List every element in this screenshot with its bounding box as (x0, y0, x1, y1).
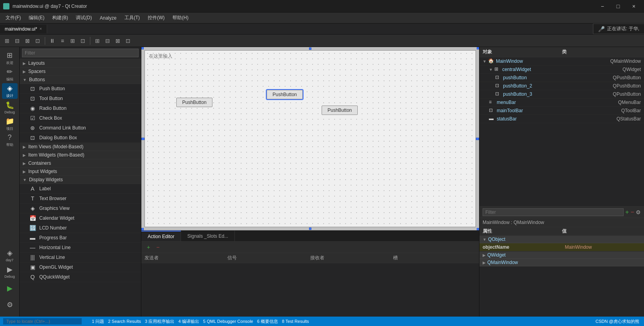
canvas-push-button-1[interactable]: PushButton (176, 98, 212, 107)
toolbar-btn-7[interactable]: ⊞ (68, 36, 77, 46)
activity-day7[interactable]: ◈ day7 (2, 248, 18, 263)
widget-radio-button[interactable]: ◉ Radio Button (20, 104, 141, 113)
arrow-buttons: ▼ (23, 78, 27, 82)
canvas-push-button-3[interactable]: PushButton (322, 106, 358, 115)
widget-lcd-number[interactable]: 🔢 LCD Number (20, 223, 141, 233)
sb-qml-debugger[interactable]: 5 QML Debugger Console (201, 319, 254, 324)
category-buttons[interactable]: ▼ Buttons (20, 76, 141, 84)
widget-dialog-button-box[interactable]: ⊡ Dialog Button Box (20, 133, 141, 143)
mic-icon: 🎤 (598, 26, 605, 32)
tab-action-editor[interactable]: Action Editor (141, 231, 181, 241)
sb-compile-output[interactable]: 4 编译输出 (177, 319, 201, 324)
minimize-button[interactable]: − (595, 1, 609, 12)
widget-tool-button[interactable]: ⊡ Tool Button (20, 94, 141, 104)
obj-row-pushbutton3[interactable]: ⊡ pushButton_3 QPushButton (479, 90, 644, 98)
mainwindow-icon: 🏠 (488, 58, 494, 64)
activity-run-arrow[interactable]: ▶ (2, 280, 18, 296)
menu-edit[interactable]: 编辑(E) (25, 13, 48, 23)
props-add-btn[interactable]: + (625, 209, 629, 216)
toolbar-btn-3[interactable]: ⊠ (23, 36, 32, 46)
obj-row-statusbar[interactable]: ▬ statusBar QStatusBar (479, 115, 644, 123)
obj-row-centralwidget[interactable]: ▼ ⊞ centralWidget QWidget (479, 66, 644, 74)
design-canvas[interactable]: 在这里输入 PushButton PushButton PushButton (141, 47, 479, 230)
activity-projects[interactable]: 📁 项目 (2, 116, 18, 132)
props-settings-btn[interactable]: ⚙ (636, 209, 641, 215)
sb-overview[interactable]: 6 概要信息 (256, 319, 280, 324)
widget-calendar-widget[interactable]: 📅 Calendar Widget (20, 213, 141, 223)
sb-search-results[interactable]: 2 Search Results (106, 319, 143, 324)
toolbar-btn-1[interactable]: ⊞ (2, 36, 12, 46)
menu-debug[interactable]: 调试(D) (72, 13, 96, 23)
sb-app-output[interactable]: 3 应用程序输出 (143, 319, 176, 324)
activity-edit[interactable]: ✏ 编辑 (2, 67, 18, 82)
toolbar-btn-4[interactable]: ⊡ (33, 36, 42, 46)
category-display-widgets[interactable]: ▼ Display Widgets (20, 176, 141, 184)
obj-row-mainwindow[interactable]: ▼ 🏠 MainWindow QMainWindow (479, 57, 644, 66)
prop-objectname[interactable]: objectName MainWindow (479, 243, 644, 251)
menu-controls[interactable]: 控件(W) (144, 13, 168, 23)
toolbar-btn-10[interactable]: ⊟ (103, 36, 112, 46)
props-remove-btn[interactable]: − (631, 209, 634, 216)
widget-opengl-widget[interactable]: ▣ OpenGL Widget (20, 262, 141, 272)
toolbar-btn-8[interactable]: ⊡ (78, 36, 88, 46)
category-layouts[interactable]: ▶ Layouts (20, 59, 141, 67)
activity-design[interactable]: ◈ 设计 (2, 83, 18, 99)
maximize-button[interactable]: □ (611, 1, 625, 12)
obj-row-maintoolbar[interactable]: ⊡ mainToolBar QToolBar (479, 107, 644, 115)
activity-welcome[interactable]: ⊞ 欢迎 (2, 50, 18, 66)
arrow-display-widgets: ▼ (23, 178, 27, 182)
category-spacers[interactable]: ▶ Spacers (20, 67, 141, 76)
arrow-input-widgets: ▶ (23, 169, 26, 174)
section-qwidget: ▶ QWidget (479, 251, 644, 259)
toolbar-btn-11[interactable]: ⊠ (113, 36, 123, 46)
widget-progress-bar[interactable]: ▬ Progress Bar (20, 233, 141, 243)
sb-problems[interactable]: 1 问题 (90, 319, 106, 324)
category-item-views[interactable]: ▶ Item Views (Model-Based) (20, 143, 141, 151)
add-signal-button[interactable]: + (145, 243, 152, 251)
obj-row-pushbutton[interactable]: ⊡ pushButton QPushButton (479, 74, 644, 82)
activity-debug[interactable]: 🐛 Debug (2, 100, 18, 115)
toolbar-btn-2[interactable]: ⊟ (13, 36, 22, 46)
widget-horizontal-line[interactable]: — Horizontal Line (20, 243, 141, 253)
props-filter-input[interactable] (483, 208, 624, 216)
menu-analyze[interactable]: Analyze (96, 14, 121, 22)
sb-test-results[interactable]: 8 Test Results (280, 319, 311, 324)
menu-help[interactable]: 帮助(H) (168, 13, 192, 23)
widget-check-box[interactable]: ☑ Check Box (20, 113, 141, 123)
tab-mainwindow-ui[interactable]: mainwindow.ui* × (0, 25, 47, 33)
widget-text-browser[interactable]: T Text Browser (20, 194, 141, 204)
activity-debug2[interactable]: ▶ Debug (2, 264, 18, 280)
widget-vertical-line[interactable]: ||| Vertical Line (20, 253, 141, 262)
toolbar-btn-6[interactable]: ≡ (58, 36, 67, 46)
activity-help[interactable]: ? 帮助 (2, 133, 18, 148)
voice-text: 正在讲话: 于华, (607, 25, 639, 32)
widget-qquickwidget[interactable]: Q QQuickWidget (20, 272, 141, 282)
prop-name-objectname: objectName (479, 243, 562, 251)
obj-row-menubar[interactable]: ≡ menuBar QMenuBar (479, 98, 644, 107)
widget-label[interactable]: A Label (20, 184, 141, 194)
widget-filter-input[interactable] (22, 49, 139, 57)
canvas-push-button-2[interactable]: PushButton (267, 90, 303, 99)
menu-file[interactable]: 文件(F) (2, 13, 25, 23)
toolbar-btn-5[interactable]: ⏸ (48, 36, 57, 46)
activity-settings[interactable]: ⚙ (2, 297, 18, 313)
obj-row-pushbutton2[interactable]: ⊡ pushButton_2 QPushButton (479, 82, 644, 90)
close-button[interactable]: × (627, 1, 641, 12)
widget-graphics-view[interactable]: ◈ Graphics View (20, 204, 141, 213)
signals-toolbar: + − (141, 242, 479, 253)
widget-push-button[interactable]: ⊡ Push Button (20, 84, 141, 94)
voice-notification: 🎤 正在讲话: 于华, (593, 24, 644, 34)
statusbar-search-input[interactable] (3, 318, 82, 324)
tab-signals-slots-editor[interactable]: Signals _Slots Ed... (181, 231, 235, 241)
tab-close-icon[interactable]: × (40, 27, 42, 31)
remove-signal-button[interactable]: − (154, 243, 162, 251)
design-icon: ◈ (7, 84, 13, 93)
category-item-widgets[interactable]: ▶ Item Widgets (Item-Based) (20, 151, 141, 159)
toolbar-btn-9[interactable]: ⊞ (93, 36, 102, 46)
toolbar-btn-12[interactable]: ⊡ (123, 36, 133, 46)
category-input-widgets[interactable]: ▶ Input Widgets (20, 168, 141, 176)
menu-tools[interactable]: 工具(T) (121, 13, 144, 23)
category-containers[interactable]: ▶ Containers (20, 159, 141, 168)
menu-build[interactable]: 构建(B) (48, 13, 72, 23)
widget-command-link-button[interactable]: ⊛ Command Link Button (20, 123, 141, 133)
